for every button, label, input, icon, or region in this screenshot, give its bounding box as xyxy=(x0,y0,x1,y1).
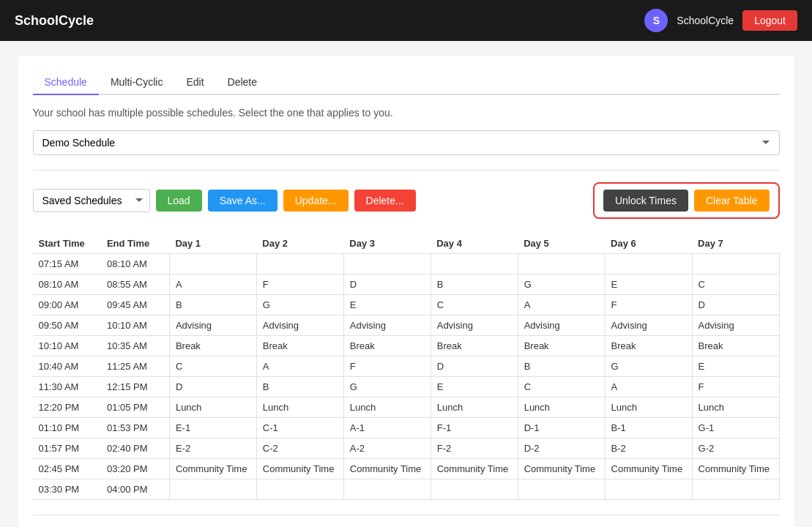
cell-day5[interactable]: Community Time xyxy=(518,459,605,479)
cell-day2[interactable]: C-2 xyxy=(256,438,343,459)
cell-day3[interactable]: G xyxy=(343,377,431,397)
tab-delete[interactable]: Delete xyxy=(216,70,269,95)
cell-day7[interactable]: D xyxy=(692,295,779,315)
cell-day7[interactable]: Community Time xyxy=(692,459,779,479)
cell-day5[interactable] xyxy=(518,479,605,500)
cell-day5[interactable]: A xyxy=(518,295,605,315)
cell-day5[interactable]: D-2 xyxy=(518,438,605,459)
cell-day6[interactable]: B-1 xyxy=(605,418,692,438)
cell-day1[interactable]: A xyxy=(169,274,256,295)
col-day1: Day 1 xyxy=(169,233,256,254)
cell-day6[interactable]: Community Time xyxy=(605,459,692,479)
saved-schedules-select[interactable]: Saved Schedules xyxy=(33,189,150,212)
cell-day5[interactable]: Lunch xyxy=(518,397,605,418)
cell-day4[interactable] xyxy=(431,254,518,274)
cell-day1[interactable]: E-1 xyxy=(169,418,256,438)
cell-day5[interactable]: D-1 xyxy=(518,418,605,438)
cell-day1[interactable]: E-2 xyxy=(169,438,256,459)
clear-table-button[interactable]: Clear Table xyxy=(694,190,770,212)
load-button[interactable]: Load xyxy=(156,190,202,212)
tab-schedule[interactable]: Schedule xyxy=(33,70,99,95)
update-button[interactable]: Update... xyxy=(283,190,349,212)
cell-day3[interactable]: F xyxy=(343,356,431,377)
cell-day7[interactable]: C xyxy=(692,274,779,295)
cell-day1[interactable]: D xyxy=(169,377,256,397)
cell-day6[interactable] xyxy=(605,479,692,500)
cell-day4[interactable]: B xyxy=(431,274,518,295)
cell-day2[interactable]: A xyxy=(256,356,343,377)
cell-day6[interactable]: Advising xyxy=(605,315,692,336)
cell-day3[interactable]: Lunch xyxy=(343,397,431,418)
cell-day3[interactable]: Break xyxy=(343,336,431,356)
cell-day4[interactable]: E xyxy=(431,377,518,397)
cell-day2[interactable]: C-1 xyxy=(256,418,343,438)
cell-day4[interactable]: Advising xyxy=(431,315,518,336)
cell-day2[interactable]: Advising xyxy=(256,315,343,336)
tab-multi-cyclic[interactable]: Multi-Cyclic xyxy=(99,70,175,95)
logout-button[interactable]: Logout xyxy=(742,10,797,31)
cell-day7[interactable] xyxy=(692,254,779,274)
cell-day1[interactable]: Advising xyxy=(169,315,256,336)
unlock-times-button[interactable]: Unlock Times xyxy=(603,190,688,212)
cell-day6[interactable]: G xyxy=(605,356,692,377)
cell-day5[interactable]: C xyxy=(518,377,605,397)
cell-day2[interactable] xyxy=(256,254,343,274)
save-as-button[interactable]: Save As... xyxy=(208,190,278,212)
cell-day6[interactable]: F xyxy=(605,295,692,315)
cell-day7[interactable]: G-1 xyxy=(692,418,779,438)
cell-day1[interactable] xyxy=(169,254,256,274)
schedule-select[interactable]: Demo Schedule xyxy=(33,130,780,155)
cell-day3[interactable]: Community Time xyxy=(343,459,431,479)
cell-day1[interactable]: Break xyxy=(169,336,256,356)
cell-start-time: 01:57 PM xyxy=(33,438,101,459)
cell-day2[interactable]: Lunch xyxy=(256,397,343,418)
tab-edit[interactable]: Edit xyxy=(174,70,215,95)
cell-day1[interactable]: Community Time xyxy=(169,459,256,479)
cell-day7[interactable]: E xyxy=(692,356,779,377)
cell-day7[interactable]: F xyxy=(692,377,779,397)
cell-day2[interactable]: Community Time xyxy=(256,459,343,479)
cell-day6[interactable]: B-2 xyxy=(605,438,692,459)
cell-end-time: 01:05 PM xyxy=(101,397,169,418)
cell-day6[interactable]: A xyxy=(605,377,692,397)
cell-day5[interactable]: G xyxy=(518,274,605,295)
cell-day7[interactable]: Lunch xyxy=(692,397,779,418)
cell-day7[interactable] xyxy=(692,479,779,500)
cell-day3[interactable]: A-2 xyxy=(343,438,431,459)
delete-button[interactable]: Delete... xyxy=(354,190,416,212)
cell-day7[interactable]: G-2 xyxy=(692,438,779,459)
cell-day2[interactable] xyxy=(256,479,343,500)
cell-day2[interactable]: B xyxy=(256,377,343,397)
cell-day2[interactable]: Break xyxy=(256,336,343,356)
cell-day6[interactable]: Break xyxy=(605,336,692,356)
cell-day5[interactable] xyxy=(518,254,605,274)
cell-day1[interactable] xyxy=(169,479,256,500)
cell-day4[interactable]: Lunch xyxy=(431,397,518,418)
cell-day4[interactable]: Break xyxy=(431,336,518,356)
cell-day3[interactable]: Advising xyxy=(343,315,431,336)
cell-day1[interactable]: C xyxy=(169,356,256,377)
cell-day1[interactable]: B xyxy=(169,295,256,315)
cell-day2[interactable]: G xyxy=(256,295,343,315)
cell-day4[interactable]: D xyxy=(431,356,518,377)
cell-day3[interactable]: D xyxy=(343,274,431,295)
cell-day6[interactable] xyxy=(605,254,692,274)
cell-day6[interactable]: Lunch xyxy=(605,397,692,418)
cell-day3[interactable] xyxy=(343,479,431,500)
cell-day4[interactable]: Community Time xyxy=(431,459,518,479)
cell-day5[interactable]: Break xyxy=(518,336,605,356)
cell-day6[interactable]: E xyxy=(605,274,692,295)
cell-day5[interactable]: B xyxy=(518,356,605,377)
cell-day2[interactable]: F xyxy=(256,274,343,295)
cell-day4[interactable]: F-2 xyxy=(431,438,518,459)
cell-day1[interactable]: Lunch xyxy=(169,397,256,418)
cell-day7[interactable]: Break xyxy=(692,336,779,356)
cell-day3[interactable] xyxy=(343,254,431,274)
cell-day7[interactable]: Advising xyxy=(692,315,779,336)
cell-day4[interactable]: F-1 xyxy=(431,418,518,438)
cell-day4[interactable] xyxy=(431,479,518,500)
cell-day5[interactable]: Advising xyxy=(518,315,605,336)
cell-day3[interactable]: A-1 xyxy=(343,418,431,438)
cell-day4[interactable]: C xyxy=(431,295,518,315)
cell-day3[interactable]: E xyxy=(343,295,431,315)
